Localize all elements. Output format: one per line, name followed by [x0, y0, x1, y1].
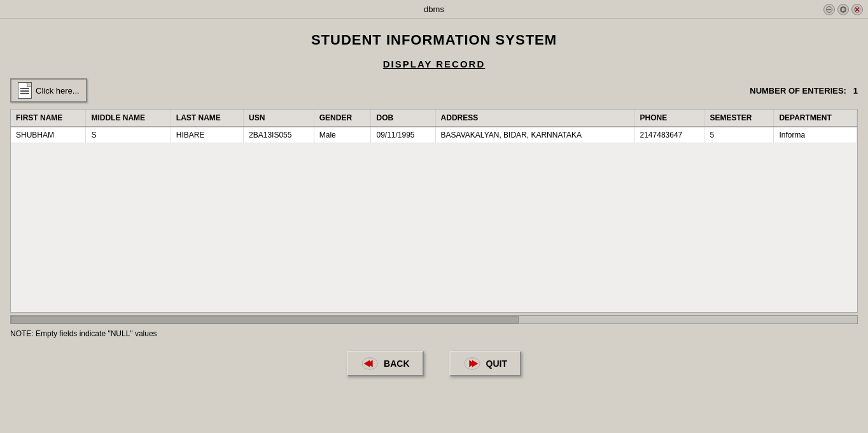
table-container[interactable]: FIRST NAME MIDDLE NAME LAST NAME USN GEN… [10, 109, 858, 313]
minimize-button[interactable] [823, 4, 835, 15]
col-address: ADDRESS [435, 110, 634, 127]
window-controls [823, 4, 863, 15]
entries-count: NUMBER OF ENTERIES: 1 [750, 86, 858, 96]
cell-semester: 5 [704, 127, 774, 143]
cell-gender: Male [314, 127, 371, 143]
titlebar: dbms [0, 0, 868, 19]
maximize-button[interactable] [837, 4, 849, 15]
click-here-button[interactable]: Click here... [10, 78, 87, 103]
cell-department: Informa [774, 127, 857, 143]
col-middle-name: MIDDLE NAME [86, 110, 171, 127]
titlebar-title: dbms [424, 4, 444, 14]
close-button[interactable] [851, 4, 863, 15]
col-gender: GENDER [314, 110, 371, 127]
table-row[interactable]: SHUBHAMSHIBARE2BA13IS055Male09/11/1995BA… [11, 127, 857, 143]
cell-middle_name: S [86, 127, 171, 143]
cell-address: BASAVAKALYAN, BIDAR, KARNNATAKA [435, 127, 634, 143]
records-table: FIRST NAME MIDDLE NAME LAST NAME USN GEN… [11, 110, 857, 143]
table-body: SHUBHAMSHIBARE2BA13IS055Male09/11/1995BA… [11, 127, 857, 143]
quit-arrow-icon [463, 356, 481, 371]
toolbar: Click here... NUMBER OF ENTERIES: 1 [10, 78, 858, 103]
back-button[interactable]: BACK [347, 351, 423, 376]
cell-first_name: SHUBHAM [11, 127, 86, 143]
col-first-name: FIRST NAME [11, 110, 86, 127]
horizontal-scrollbar[interactable] [10, 315, 858, 324]
quit-label: QUIT [486, 358, 507, 369]
null-note: NOTE: Empty fields indicate "NULL" value… [10, 329, 858, 338]
document-icon [18, 82, 32, 99]
cell-phone: 2147483647 [634, 127, 704, 143]
cell-last_name: HIBARE [171, 127, 243, 143]
col-usn: USN [244, 110, 314, 127]
back-arrow-icon [361, 356, 379, 371]
header-row: FIRST NAME MIDDLE NAME LAST NAME USN GEN… [11, 110, 857, 127]
main-content: STUDENT INFORMATION SYSTEM DISPLAY RECOR… [0, 19, 868, 383]
col-dob: DOB [371, 110, 435, 127]
entries-prefix: NUMBER OF ENTERIES: [750, 86, 846, 96]
col-department: DEPARTMENT [774, 110, 857, 127]
svg-rect-1 [827, 9, 831, 10]
scrollbar-thumb[interactable] [11, 316, 519, 323]
table-header: FIRST NAME MIDDLE NAME LAST NAME USN GEN… [11, 110, 857, 127]
cell-dob: 09/11/1995 [371, 127, 435, 143]
click-here-label: Click here... [36, 86, 80, 96]
back-label: BACK [384, 358, 409, 369]
col-semester: SEMESTER [704, 110, 774, 127]
col-phone: PHONE [634, 110, 704, 127]
section-title: DISPLAY RECORD [10, 59, 858, 69]
bottom-buttons: BACK QUIT [10, 351, 858, 376]
entries-value: 1 [853, 86, 858, 96]
col-last-name: LAST NAME [171, 110, 243, 127]
quit-button[interactable]: QUIT [449, 351, 521, 376]
cell-usn: 2BA13IS055 [244, 127, 314, 143]
app-title: STUDENT INFORMATION SYSTEM [10, 32, 858, 48]
